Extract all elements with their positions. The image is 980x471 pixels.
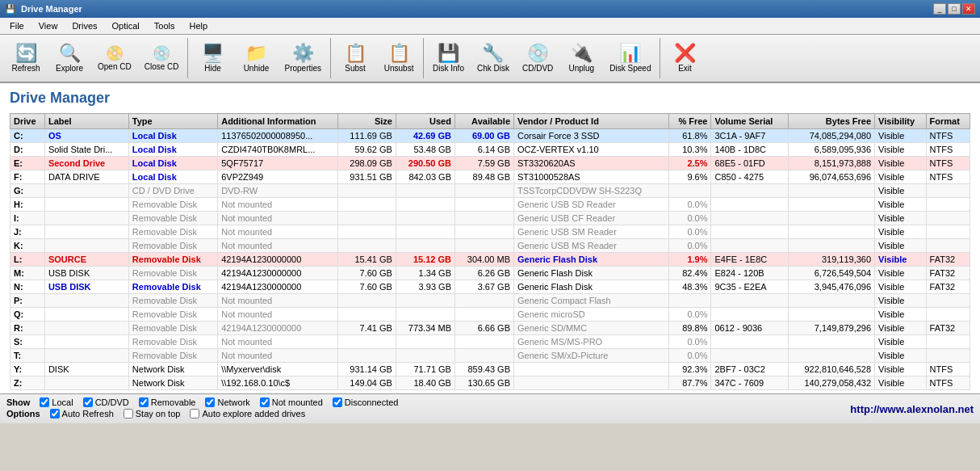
unsubst-button[interactable]: 📋 Unsubst (378, 41, 420, 76)
show-local-option[interactable]: Local (40, 397, 73, 407)
website-link[interactable]: http://www.alexnolan.net (850, 403, 974, 415)
table-cell: Generic MS/MS-PRO (514, 335, 669, 349)
table-cell (926, 184, 970, 198)
disk-info-button[interactable]: 💾 Disk Info (427, 41, 470, 76)
table-cell (396, 225, 454, 239)
open-cd-button[interactable]: 📀 Open CD (92, 43, 137, 74)
menu-view[interactable]: View (32, 19, 65, 32)
table-cell (44, 376, 128, 390)
table-cell (44, 184, 128, 198)
hide-button[interactable]: 🖥️ Hide (191, 41, 233, 76)
table-cell: Visible (875, 280, 926, 294)
menu-drives[interactable]: Drives (65, 19, 103, 32)
table-cell: 71.71 GB (396, 363, 454, 376)
table-cell: Not mounted (218, 212, 337, 225)
close-cd-button[interactable]: 💿 Close CD (139, 43, 185, 74)
table-cell: FAT32 (926, 280, 970, 294)
table-cell: Generic USB MS Reader (514, 239, 669, 253)
table-cell: 3C1A - 9AF7 (711, 129, 788, 143)
show-removable-option[interactable]: Removable (139, 397, 196, 407)
close-button[interactable]: ✕ (962, 3, 975, 15)
table-cell: 6.66 GB (454, 322, 513, 335)
table-cell: Not mounted (218, 335, 337, 349)
table-cell: ST3320620AS (514, 157, 669, 170)
table-cell: FAT32 (926, 253, 970, 267)
table-cell: F: (10, 170, 45, 184)
table-cell: Not mounted (218, 198, 337, 212)
col-header-label: Label (44, 114, 128, 129)
close-cd-label: Close CD (144, 62, 179, 71)
menu-help[interactable]: Help (183, 19, 215, 32)
menu-tools[interactable]: Tools (148, 19, 182, 32)
table-cell (926, 239, 970, 253)
show-network-option[interactable]: Network (205, 397, 249, 407)
chk-disk-button[interactable]: 🔧 Chk Disk (471, 41, 515, 76)
table-cell (668, 294, 711, 308)
explore-button[interactable]: 🔍 Explore (48, 41, 90, 76)
table-cell: Generic Flash Disk (514, 280, 669, 294)
table-cell: 7.59 GB (454, 157, 513, 170)
col-header-avail: Available (454, 114, 513, 129)
table-cell: Local Disk (128, 157, 217, 170)
stay-on-top-option[interactable]: Stay on top (124, 409, 181, 418)
table-cell (454, 335, 513, 349)
table-cell: 3.93 GB (396, 280, 454, 294)
table-cell: 59.62 GB (337, 143, 396, 157)
table-cell: Visible (875, 170, 926, 184)
refresh-button[interactable]: 🔄 Refresh (5, 41, 47, 76)
chk-disk-label: Chk Disk (477, 64, 509, 73)
explore-label: Explore (56, 64, 83, 73)
cd-dvd-button[interactable]: 💿 CD/DVD (517, 41, 559, 76)
properties-button[interactable]: ⚙️ Properties (279, 41, 327, 76)
table-cell (788, 308, 875, 322)
table-cell: 87.7% (668, 376, 711, 390)
table-cell (396, 212, 454, 225)
table-cell: R: (10, 322, 45, 335)
show-cddvd-option[interactable]: CD/DVD (83, 397, 129, 407)
unplug-button[interactable]: 🔌 Unplug (560, 41, 602, 76)
menu-optical[interactable]: Optical (106, 19, 146, 32)
col-header-bytesfree: Bytes Free (788, 114, 875, 129)
table-cell (337, 212, 396, 225)
show-notmounted-option[interactable]: Not mounted (260, 397, 323, 407)
table-cell: 7.60 GB (337, 267, 396, 280)
table-cell: SOURCE (44, 253, 128, 267)
table-cell: Removable Disk (128, 239, 217, 253)
table-cell (711, 198, 788, 212)
content-area: Drive Manager Drive Label Type Additiona… (0, 83, 980, 393)
table-cell: 140B - 1D8C (711, 143, 788, 157)
table-cell (788, 335, 875, 349)
disk-speed-button[interactable]: 📊 Disk Speed (604, 41, 656, 76)
table-cell: 0.0% (668, 239, 711, 253)
table-cell: 74,085,294,080 (788, 129, 875, 143)
table-cell: Local Disk (128, 143, 217, 157)
table-cell: Removable Disk (128, 225, 217, 239)
subst-button[interactable]: 📋 Subst (334, 41, 376, 76)
auto-explore-option[interactable]: Auto explore added drives (190, 409, 305, 418)
table-cell (44, 308, 128, 322)
show-disconnected-option[interactable]: Disconnected (333, 397, 399, 407)
table-cell: 15.12 GB (396, 253, 454, 267)
minimize-button[interactable]: _ (933, 3, 946, 15)
table-cell: Removable Disk (128, 308, 217, 322)
hide-label: Hide (204, 64, 221, 73)
table-cell: Not mounted (218, 294, 337, 308)
open-cd-label: Open CD (98, 62, 132, 71)
table-cell (926, 349, 970, 363)
table-cell: Q: (10, 308, 45, 322)
table-cell: 42194A1230000000 (218, 280, 337, 294)
show-label: Show (6, 397, 30, 407)
table-cell: N: (10, 280, 45, 294)
menu-file[interactable]: File (3, 19, 31, 32)
table-cell (396, 184, 454, 198)
maximize-button[interactable]: □ (948, 3, 961, 15)
exit-button[interactable]: ❌ Exit (664, 41, 706, 76)
table-cell (396, 294, 454, 308)
auto-refresh-option[interactable]: Auto Refresh (50, 409, 114, 418)
table-cell: Not mounted (218, 225, 337, 239)
table-cell: E: (10, 157, 45, 170)
table-cell (788, 349, 875, 363)
unhide-button[interactable]: 📁 Unhide (235, 41, 277, 76)
table-cell: Visible (875, 335, 926, 349)
exit-label: Exit (678, 64, 692, 73)
